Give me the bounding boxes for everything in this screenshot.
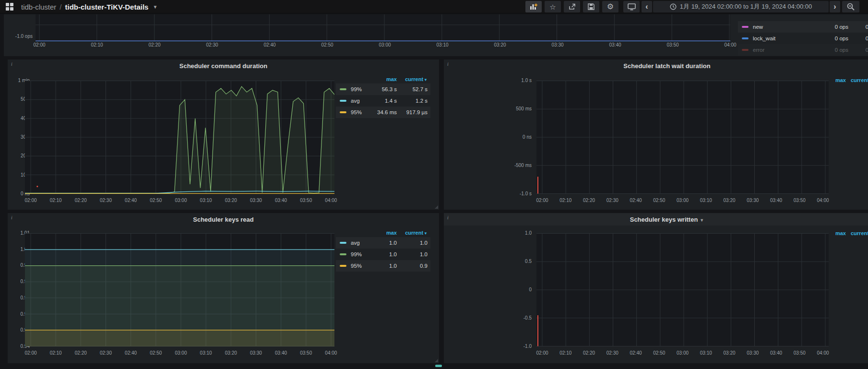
grafana-apps-icon[interactable] xyxy=(6,2,17,11)
panel-menu-caret-icon[interactable]: ▼ xyxy=(700,218,704,223)
y-tick-label: -1.0 s xyxy=(520,191,532,197)
time-range-back-button[interactable]: ‹ xyxy=(642,1,652,12)
zoom-out-time-button[interactable] xyxy=(842,1,859,12)
series-label[interactable]: new xyxy=(753,24,820,30)
breadcrumb-folder[interactable]: tidb-cluster xyxy=(21,3,56,11)
series-swatch[interactable] xyxy=(340,100,346,102)
series-swatch[interactable] xyxy=(340,111,346,113)
series-legend: max current▼ 99% 56.3 s 52.7 s avg 1.4 s… xyxy=(336,75,430,118)
series-current-value: 0 ops xyxy=(848,36,868,41)
legend-row: 95% 34.6 ms 917.9 µs xyxy=(336,107,430,118)
series-label[interactable]: 99% xyxy=(351,86,369,92)
series-label[interactable]: avg xyxy=(351,98,369,104)
time-range-forward-button[interactable]: › xyxy=(830,1,840,12)
legend-header-row: max current▼ xyxy=(336,228,430,237)
x-tick-label: 02:50 xyxy=(648,198,671,203)
series-label[interactable]: avg xyxy=(351,240,369,246)
legend-current-header[interactable]: current▼ xyxy=(397,230,428,236)
series-max-value: 0 ops xyxy=(820,47,848,53)
series-swatch[interactable] xyxy=(340,265,346,267)
series-label[interactable]: 95% xyxy=(351,263,369,269)
panel-title[interactable]: Scheduler command duration xyxy=(8,62,439,70)
legend-max-header[interactable]: max xyxy=(832,230,846,236)
x-tick-label: 03:00 xyxy=(169,350,192,356)
save-dashboard-button[interactable] xyxy=(583,1,599,12)
dashboard-settings-button[interactable]: ⚙ xyxy=(602,1,618,12)
x-tick-label: 03:30 xyxy=(741,198,764,203)
chart-plot-area[interactable] xyxy=(536,233,829,346)
x-tick-label: 03:50 xyxy=(788,350,811,356)
add-panel-icon xyxy=(530,3,537,10)
series-max-value: 1.0 xyxy=(369,240,397,246)
x-tick-label: 03:10 xyxy=(431,42,454,48)
gear-icon: ⚙ xyxy=(607,3,614,11)
series-swatch[interactable] xyxy=(340,253,346,255)
next-row-chart-sliver xyxy=(435,365,442,367)
series-current-value: 52.7 s xyxy=(397,86,428,92)
legend-max-header[interactable]: max xyxy=(369,76,397,82)
chart-plot-area[interactable] xyxy=(36,14,730,41)
series-label[interactable]: error xyxy=(753,47,820,53)
x-tick-label: 02:40 xyxy=(119,350,143,356)
star-dashboard-button[interactable]: ☆ xyxy=(545,1,561,12)
x-tick-label: 04:00 xyxy=(811,198,834,203)
legend-row: lock_wait 0 ops 0 ops xyxy=(738,33,868,44)
star-icon: ☆ xyxy=(549,3,556,11)
series-swatch[interactable] xyxy=(742,49,749,51)
x-tick-label: 03:00 xyxy=(373,42,396,48)
time-range-picker[interactable]: 1月 19, 2024 02:00:00 to 1月 19, 2024 04:0… xyxy=(653,1,829,12)
series-swatch[interactable] xyxy=(340,242,346,244)
x-tick-label: 03:20 xyxy=(718,198,741,203)
x-tick-label: 02:10 xyxy=(554,198,577,203)
panel-title[interactable]: Scheduler latch wait duration xyxy=(444,62,868,70)
panel-title[interactable]: Scheduler keys read xyxy=(8,216,439,223)
sort-desc-icon: ▼ xyxy=(424,78,428,82)
legend-current-header[interactable]: current▼ xyxy=(397,76,428,82)
series-current-value: 0 ops xyxy=(848,24,868,30)
legend-row: error 0 ops 0 ops xyxy=(738,44,868,56)
x-tick-label: 03:30 xyxy=(244,350,267,356)
dashboard-dropdown-caret-icon[interactable]: ▼ xyxy=(153,4,157,10)
series-swatch[interactable] xyxy=(340,88,346,90)
chart-plot-area[interactable] xyxy=(25,81,334,194)
x-tick-label: 03:50 xyxy=(295,198,318,203)
panel-scheduler-command-duration: i Scheduler command duration 1 min50 s40… xyxy=(8,60,439,210)
x-tick-label: 02:50 xyxy=(144,198,167,203)
x-tick-label: 04:00 xyxy=(320,350,343,356)
x-tick-label: 02:30 xyxy=(201,42,224,48)
panel-title[interactable]: Scheduler keys written▼ xyxy=(444,216,868,223)
breadcrumb-dashboard-title[interactable]: tidb-cluster-TiKV-Details xyxy=(65,3,149,11)
legend-max-header[interactable]: max xyxy=(369,230,397,236)
add-panel-button[interactable] xyxy=(525,1,542,12)
x-tick-label: 04:00 xyxy=(811,350,834,356)
series-max-value: 0 ops xyxy=(820,36,848,41)
x-tick-label: 02:50 xyxy=(648,350,671,356)
panel-resize-handle[interactable] xyxy=(435,359,438,362)
top-navbar: tidb-cluster / tidb-cluster-TiKV-Details… xyxy=(0,0,868,13)
series-swatch[interactable] xyxy=(742,37,749,39)
legend-current-header[interactable]: current▼ xyxy=(851,77,868,83)
legend-row: 99% 56.3 s 52.7 s xyxy=(336,83,430,95)
share-dashboard-button[interactable] xyxy=(564,1,580,12)
series-swatch[interactable] xyxy=(742,26,749,28)
legend-max-header[interactable]: max xyxy=(832,77,846,83)
series-label[interactable]: lock_wait xyxy=(753,36,820,41)
series-max-value: 56.3 s xyxy=(369,86,397,92)
cycle-view-mode-button[interactable] xyxy=(623,1,640,12)
series-current-value: 0.9 xyxy=(397,263,428,269)
x-tick-label: 02:20 xyxy=(143,42,166,48)
chart-plot-area[interactable] xyxy=(25,233,334,346)
series-label[interactable]: 95% xyxy=(351,109,369,115)
legend-row: new 0 ops 0 ops xyxy=(738,21,868,33)
chart-plot-area[interactable] xyxy=(536,81,829,194)
legend-row: 99% 1.0 1.0 xyxy=(336,249,430,260)
x-tick-label: 02:20 xyxy=(69,350,92,356)
legend-current-header[interactable]: current▼ xyxy=(851,230,868,236)
panel-resize-handle[interactable] xyxy=(435,205,438,209)
x-axis-ticks: 02:0002:1002:2002:3002:4002:5003:0003:10… xyxy=(531,350,834,356)
save-icon xyxy=(588,3,595,10)
series-label[interactable]: 99% xyxy=(351,251,369,257)
sort-desc-icon: ▼ xyxy=(424,231,428,236)
x-tick-label: 03:40 xyxy=(270,198,293,203)
x-tick-label: 02:30 xyxy=(94,198,117,203)
